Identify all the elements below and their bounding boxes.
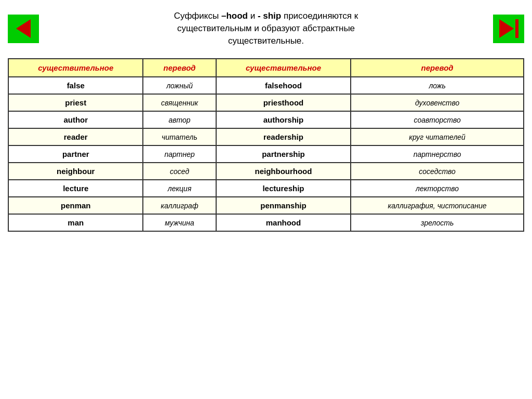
trans-col-1: мужчина [143,214,216,231]
trans-col-2: соавторство [351,111,524,128]
word-col-1: reader [8,128,143,145]
nav-back-button[interactable] [8,15,39,43]
trans-col-1: партнер [143,145,216,163]
trans-col-2: каллиграфия, чистописание [351,197,524,214]
trans-col-1: священник [143,94,216,111]
trans-col-2: зрелость [351,214,524,231]
col-header-trans1: перевод [143,59,216,77]
word-col-2: neighbourhood [216,163,351,180]
word-col-1: partner [8,145,143,163]
table-header-row: существительное перевод существительное … [8,59,524,77]
trans-col-1: ложный [143,77,216,94]
suffix-hood: –hood [221,11,248,21]
word-col-2: partnership [216,145,351,163]
nav-forward-button[interactable] [493,15,524,43]
suffix-ship: - ship [258,11,281,21]
word-col-1: neighbour [8,163,143,180]
table-row: penmanкаллиграфpenmanshipкаллиграфия, чи… [8,197,524,214]
trans-col-1: автор [143,111,216,128]
word-col-1: lecture [8,180,143,197]
vocabulary-table: существительное перевод существительное … [8,58,524,232]
trans-col-2: ложь [351,77,524,94]
left-arrow-icon [16,19,31,38]
table-row: neighbourсоседneighbourhoodсоседство [8,163,524,180]
word-col-1: author [8,111,143,128]
col-header-noun2: существительное [216,59,351,77]
table-row: partnerпартнерpartnershipпартнерство [8,145,524,163]
title-line1: Суффиксы –hood и - ship присоединяются к [174,11,358,21]
trans-col-2: духовенство [351,94,524,111]
trans-col-1: сосед [143,163,216,180]
word-col-1: man [8,214,143,231]
trans-col-1: читатель [143,128,216,145]
table-row: falseложныйfalsehoodложь [8,77,524,94]
word-col-2: manhood [216,214,351,231]
right-arrow-icon [499,19,518,38]
header-text: Суффиксы –hood и - ship присоединяются к… [39,10,493,47]
trans-col-2: партнерство [351,145,524,163]
word-col-2: priesthood [216,94,351,111]
word-col-2: penmanship [216,197,351,214]
col-header-noun1: существительное [8,59,143,77]
word-col-2: readership [216,128,351,145]
trans-col-2: соседство [351,163,524,180]
table-row: lectureлекцияlectureshipлекторство [8,180,524,197]
trans-col-1: каллиграф [143,197,216,214]
table-row: manмужчинаmanhoodзрелость [8,214,524,231]
table-row: authorавторauthorshipсоавторство [8,111,524,128]
trans-col-2: круг читателей [351,128,524,145]
trans-col-2: лекторство [351,180,524,197]
word-col-1: penman [8,197,143,214]
word-col-2: authorship [216,111,351,128]
title-line3: существительные. [228,36,304,46]
word-col-1: false [8,77,143,94]
title-line2: существительным и образуют абстрактные [177,23,355,33]
table-row: readerчитательreadershipкруг читателей [8,128,524,145]
header-area: Суффиксы –hood и - ship присоединяются к… [8,5,524,52]
word-col-1: priest [8,94,143,111]
word-col-2: lectureship [216,180,351,197]
word-col-2: falsehood [216,77,351,94]
col-header-trans2: перевод [351,59,524,77]
trans-col-1: лекция [143,180,216,197]
table-row: priestсвященникpriesthoodдуховенство [8,94,524,111]
